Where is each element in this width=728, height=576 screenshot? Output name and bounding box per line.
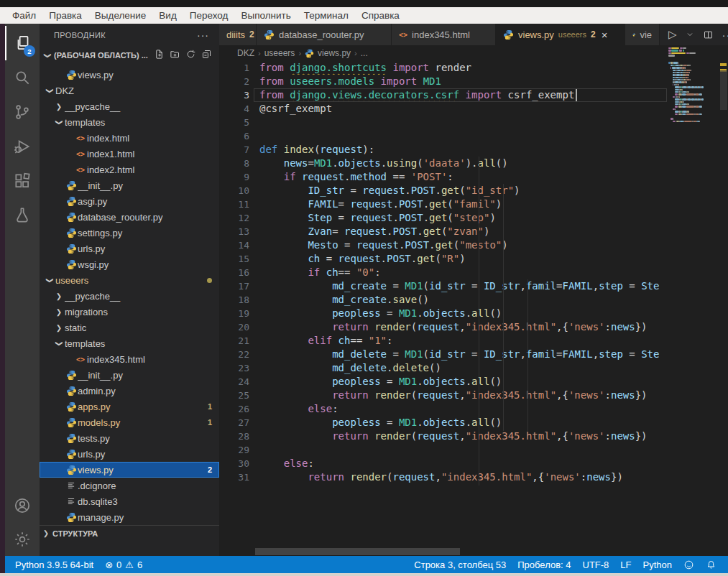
tree-item-templates[interactable]: ❯templates: [40, 335, 219, 351]
status-feedback[interactable]: [678, 556, 700, 573]
more-actions-icon[interactable]: ···: [197, 29, 209, 41]
tree-item-.dcignore[interactable]: .dcignore: [40, 478, 219, 493]
breadcrumb-item[interactable]: ...: [361, 48, 368, 58]
activity-run-debug[interactable]: [5, 129, 40, 164]
vertical-scrollbar[interactable]: [720, 70, 727, 110]
menu-item-правка[interactable]: Правка: [42, 7, 88, 24]
python-file-icon: [66, 401, 77, 412]
activity-extensions[interactable]: [5, 164, 40, 198]
status-cursor-position[interactable]: Строка 3, столбец 53: [408, 556, 512, 573]
outline-section-header[interactable]: ❯ СТРУКТУРА: [40, 525, 219, 541]
tree-item-manage.py[interactable]: manage.py: [40, 509, 219, 525]
token: [259, 403, 308, 414]
code-text: peopless = MD1.objects.all(): [259, 307, 728, 320]
menu-item-справка[interactable]: Справка: [355, 7, 406, 24]
tree-item-database-roouter.py[interactable]: database_roouter.py: [40, 209, 219, 225]
more-actions-button[interactable]: ···: [722, 29, 728, 41]
menu-item-вид[interactable]: Вид: [152, 7, 183, 24]
menu-item-выделение[interactable]: Выделение: [88, 7, 153, 24]
tree-item-asgi.py[interactable]: asgi.py: [40, 193, 219, 209]
run-dropdown-button[interactable]: [686, 30, 694, 39]
tree-item-static[interactable]: ❯static: [40, 320, 219, 335]
menu-item-файл[interactable]: Файл: [6, 7, 42, 24]
tree-item-urls.py[interactable]: urls.py: [40, 446, 219, 462]
activity-explorer[interactable]: 2: [5, 26, 40, 60]
activity-settings[interactable]: [5, 522, 40, 557]
menu-item-переход[interactable]: Переход: [183, 7, 235, 24]
tree-item--init-.py[interactable]: __init__.py: [40, 177, 219, 193]
tab-vie[interactable]: vie: [625, 24, 660, 45]
tree-item-index1.html[interactable]: <>index1.html: [40, 146, 219, 162]
tree-item--pycache-[interactable]: ❯__pycache__: [40, 98, 219, 114]
close-icon[interactable]: ×: [602, 29, 608, 41]
tree-item--init-.py[interactable]: __init__.py: [40, 367, 219, 383]
workspace-section-header[interactable]: ❯ (РАБОЧАЯ ОБЛАСТЬ) ...: [40, 47, 219, 64]
token: objects: [423, 417, 466, 428]
status-notifications[interactable]: [700, 556, 722, 573]
status-python-interpreter[interactable]: Python 3.9.5 64-bit: [9, 556, 99, 573]
activity-account[interactable]: [5, 488, 40, 523]
tree-item-views.py[interactable]: views.py: [40, 67, 219, 83]
breadcrumb-item[interactable]: useeers: [264, 48, 295, 58]
token: objects: [338, 157, 381, 169]
tree-item-apps.py[interactable]: apps.py1: [40, 399, 219, 414]
tree-item-label: index1.html: [87, 149, 212, 159]
status-encoding[interactable]: UTF-8: [577, 556, 615, 573]
menu-item-выполнить[interactable]: Выполнить: [234, 7, 297, 24]
code-line-22: 22 md_delete = MD1(id_str = ID_str,famil…: [219, 348, 728, 361]
tree-item-admin.py[interactable]: admin.py: [40, 383, 219, 399]
run-button[interactable]: ▷: [668, 28, 677, 41]
tree-item-index.html[interactable]: <>index.html: [40, 130, 219, 146]
token: "index345.html": [466, 430, 556, 442]
tree-item-models.py[interactable]: models.py1: [40, 414, 219, 430]
status-indentation[interactable]: Пробелов: 4: [512, 556, 576, 573]
tree-item-templates[interactable]: ❯templates: [40, 114, 219, 130]
tree-item-wsgi.py[interactable]: wsgi.py: [40, 256, 219, 272]
tab-index345.html[interactable]: <>index345.html: [392, 24, 496, 45]
code-text: elif ch== "1":: [259, 334, 728, 348]
refresh-button[interactable]: [185, 49, 196, 62]
tab-database-roouter.py[interactable]: database_roouter.py: [257, 24, 392, 45]
menu-item-терминал[interactable]: Терминал: [298, 7, 355, 24]
activity-source-control[interactable]: [5, 95, 40, 129]
status-language-mode[interactable]: Python: [637, 556, 678, 573]
tree-item-useeers[interactable]: ❯useeers: [40, 272, 219, 288]
minimap-segment: [678, 84, 679, 85]
activity-testing[interactable]: [5, 198, 40, 233]
token: [332, 335, 338, 346]
token: Step: [308, 212, 332, 223]
new-folder-button[interactable]: [170, 49, 180, 62]
horizontal-scrollbar[interactable]: [255, 548, 460, 555]
tab-views.py[interactable]: views.pyuseeers2×: [496, 24, 625, 45]
new-file-button[interactable]: [154, 49, 165, 62]
tree-item-dkz[interactable]: ❯DKZ: [40, 83, 219, 98]
token: (: [447, 212, 453, 223]
code-editor[interactable]: 1from django.shortcuts import render2fro…: [219, 61, 728, 557]
line-number: 3: [219, 88, 259, 102]
tree-item--pycache-[interactable]: ❯__pycache__: [40, 288, 219, 304]
sidebar-header: ПРОВОДНИК ···: [40, 24, 219, 47]
tree-item-views.py[interactable]: views.py2: [40, 462, 219, 478]
tree-item-migrations[interactable]: ❯migrations: [40, 304, 219, 320]
tree-item-index345.html[interactable]: <>index345.html: [40, 351, 219, 367]
tree-item-tests.py[interactable]: tests.py: [40, 430, 219, 446]
tree-item-urls.py[interactable]: urls.py: [40, 241, 219, 256]
breadcrumb-item[interactable]: views.py: [318, 48, 351, 58]
activity-search[interactable]: [5, 60, 40, 95]
split-editor-button[interactable]: [703, 29, 714, 40]
status-eol[interactable]: LF: [614, 556, 637, 573]
collapse-all-button[interactable]: [201, 49, 212, 62]
tree-item-db.sqlite3[interactable]: db.sqlite3: [40, 493, 219, 509]
line-number: 20: [219, 320, 259, 334]
minimap[interactable]: [668, 47, 719, 123]
breadcrumb-item[interactable]: DKZ: [237, 48, 254, 58]
token: :: [581, 471, 586, 483]
token: .: [405, 185, 410, 196]
tree-item-settings.py[interactable]: settings.py: [40, 225, 219, 241]
tab-diiits[interactable]: diiits2●: [219, 24, 257, 45]
token: [259, 185, 308, 196]
status-problems[interactable]: ⊗0⚠6: [99, 556, 148, 573]
status-label: Пробелов: 4: [517, 559, 571, 570]
tree-item-index2.html[interactable]: <>index2.html: [40, 162, 219, 177]
breadcrumb[interactable]: DKZ›useeers›views.py›...: [219, 45, 728, 61]
